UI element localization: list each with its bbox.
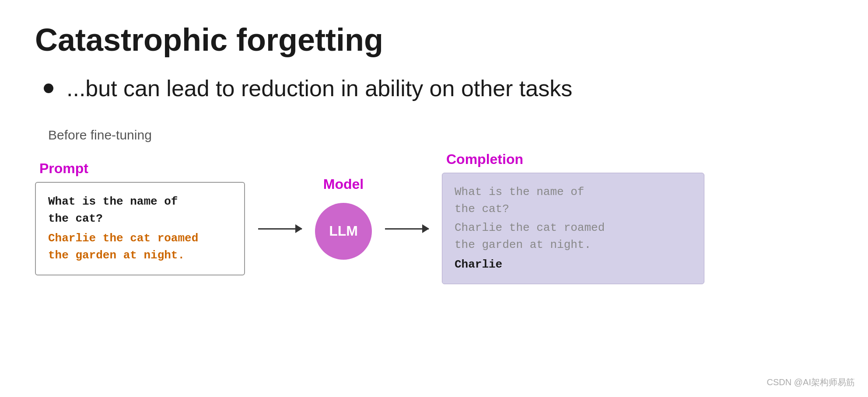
bullet-dot: [44, 84, 53, 93]
model-column: Model LLM: [315, 176, 372, 260]
arrow-shape-2: [385, 228, 429, 230]
completion-context: Charlie the cat roamed the garden at nig…: [455, 219, 692, 254]
before-label: Before fine-tuning: [48, 128, 833, 143]
watermark: CSDN @AI架构师易筋: [767, 376, 855, 388]
llm-text: LLM: [329, 223, 358, 239]
arrow-2: [385, 228, 429, 230]
prompt-column: Prompt What is the name of the cat? Char…: [35, 160, 245, 275]
completion-label: Completion: [446, 151, 523, 167]
prompt-label: Prompt: [39, 160, 88, 177]
prompt-question: What is the name of the cat?: [48, 193, 232, 227]
completion-box: What is the name of the cat? Charlie the…: [442, 173, 704, 284]
diagram-row: Prompt What is the name of the cat? Char…: [35, 151, 833, 284]
arrow-1: [258, 228, 302, 230]
slide-title: Catastrophic forgetting: [35, 22, 833, 58]
llm-circle: LLM: [315, 203, 372, 260]
slide-container: Catastrophic forgetting ...but can lead …: [0, 0, 868, 397]
bullet-text: ...but can lead to reduction in ability …: [66, 75, 572, 101]
arrow-shape-1: [258, 228, 302, 230]
model-label: Model: [323, 176, 364, 192]
completion-answer: Charlie: [455, 256, 692, 273]
completion-question: What is the name of the cat?: [455, 184, 692, 218]
prompt-context: Charlie the cat roamed the garden at nig…: [48, 230, 232, 264]
bullet-point: ...but can lead to reduction in ability …: [44, 75, 833, 101]
prompt-box: What is the name of the cat? Charlie the…: [35, 182, 245, 275]
completion-column: Completion What is the name of the cat? …: [442, 151, 704, 284]
diagram-section: Before fine-tuning Prompt What is the na…: [35, 128, 833, 284]
